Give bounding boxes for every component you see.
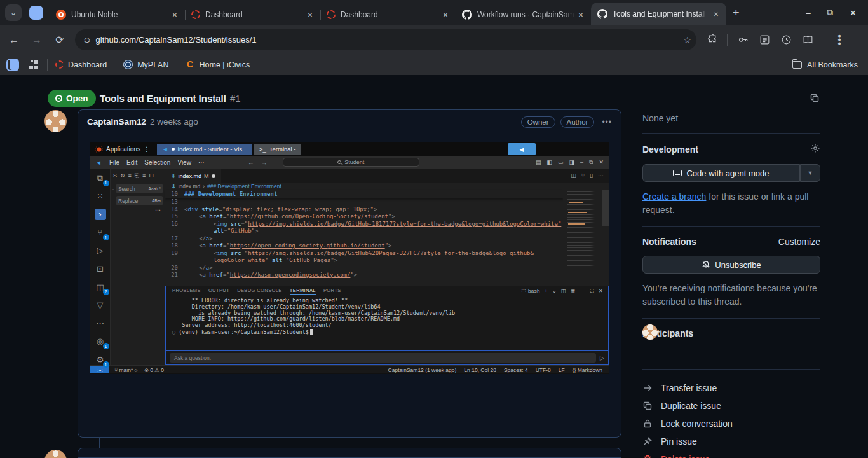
code-text: <a href="https://open-coding-society.git… <box>184 242 563 250</box>
code-text: <img src="https://img.shields.io/badge/G… <box>184 250 563 258</box>
url-text: github.com/CaptainSam12/Student/issues/1 <box>96 35 684 45</box>
tab-close-icon[interactable]: ✕ <box>711 9 721 19</box>
site-settings-icon[interactable]: ⛭ <box>84 36 90 45</box>
comment-timestamp[interactable]: 2 weeks ago <box>150 117 198 127</box>
pin-issue-button[interactable]: Pin issue <box>642 433 820 450</box>
tab-close-icon[interactable]: ✕ <box>440 10 451 20</box>
create-branch-link[interactable]: Create a branch <box>642 191 706 202</box>
code-text: <img src="https://img.shields.io/badge/G… <box>184 221 563 228</box>
tab-search-chevron-button[interactable]: ⌄ <box>5 4 22 21</box>
vscode-search-sidebar: S↻≡⎘≡⊟ ⌄ Search Aaab.* Replace <box>111 169 165 365</box>
role-badge-owner: Owner <box>521 116 555 128</box>
new-tab-button[interactable]: + <box>733 6 740 20</box>
canvas-favicon <box>327 10 336 19</box>
address-bar[interactable]: ⛭ github.com/CaptainSam12/Student/issues… <box>75 29 696 50</box>
remote-explorer-icon: ⊡ <box>95 263 106 275</box>
comment-menu-icon[interactable]: ••• <box>602 118 612 127</box>
applications-menu: Applications⋮ <box>90 142 155 156</box>
side-panel-icon[interactable] <box>6 59 19 71</box>
transfer-issue-button[interactable]: Transfer issue <box>642 379 820 397</box>
browser-menu-icon[interactable]: ••• <box>834 34 844 46</box>
editor-tab-indexmd: ⬇ index.md M <box>165 169 221 183</box>
reload-button[interactable]: ⟳ <box>51 31 69 49</box>
vscode-activity-bar: ⧉1⁙›⑂1▷⊡◫2▽⋯◎1⚙1 <box>90 169 111 365</box>
password-key-icon[interactable] <box>737 34 749 46</box>
all-bookmarks-button[interactable]: All Bookmarks <box>792 60 868 69</box>
line-number: 20 <box>165 265 184 272</box>
badge: 1 <box>103 234 109 240</box>
notifications-description: You're receiving notifications because y… <box>642 282 820 309</box>
code-text: logoColor=white" alt="GitHub Pages"> <box>184 257 563 265</box>
window-minimize-button[interactable]: – <box>806 8 811 18</box>
comment-author[interactable]: CaptainSam12 <box>87 117 146 127</box>
vscode-panel: PROBLEMSOUTPUTDEBUG CONSOLETERMINALPORTS… <box>165 286 609 365</box>
line-number: 13 <box>165 198 184 206</box>
terminal-prompt: ○ (venv) kasm-user:~/CaptainSam12/Studen… <box>172 329 608 336</box>
terminal-line: Server address: http://localhost:4600/st… <box>172 323 608 329</box>
github-favicon <box>462 10 472 20</box>
reading-list-icon[interactable] <box>759 34 771 46</box>
issue-title: Tools and Equipment Install#1 <box>100 93 241 104</box>
gear-icon[interactable] <box>810 143 820 155</box>
browser-tab[interactable]: Workflow runs · CaptainSam✕ <box>456 4 591 25</box>
apps-grid-icon[interactable] <box>29 60 38 69</box>
tab-group-chip[interactable] <box>29 6 43 20</box>
tab-close-icon[interactable]: ✕ <box>170 10 180 20</box>
toolbar-divider <box>727 34 728 46</box>
window-close-button[interactable]: ✕ <box>850 8 857 18</box>
participant-avatar[interactable] <box>642 324 658 340</box>
bookmark-label: Home | iCivics <box>199 60 250 69</box>
code-with-agent-button[interactable]: Code with agent mode <box>642 164 800 182</box>
vscode-menu-item: Selection <box>144 159 170 166</box>
replace-option-icon: ⊞ <box>158 198 161 203</box>
copy-issue-icon[interactable] <box>810 93 820 106</box>
bookmark-item[interactable]: CHome | iCivics <box>185 60 250 69</box>
notifications-heading: Notifications <box>642 237 696 247</box>
comment-author-avatar[interactable] <box>44 110 67 132</box>
search-option-icon: .* <box>158 186 161 191</box>
settings-gear-icon: ⚙1 <box>95 354 106 365</box>
agent-mode-caret-button[interactable]: ▼ <box>800 164 820 182</box>
tab-close-icon[interactable]: ✕ <box>576 10 586 20</box>
reading-mode-icon[interactable] <box>802 34 814 46</box>
duplicate-issue-button[interactable]: Duplicate issue <box>642 397 820 415</box>
customize-link[interactable]: Customize <box>778 237 820 247</box>
forward-button[interactable]: → <box>28 31 46 49</box>
bookmark-item[interactable]: MyPLAN <box>123 60 168 69</box>
comment-author-avatar[interactable] <box>44 450 67 458</box>
canvas-favicon <box>55 60 64 69</box>
bookmark-star-icon[interactable]: ☆ <box>683 35 691 45</box>
editor-nav-arrows: ← → <box>248 159 270 166</box>
tab-close-icon[interactable]: ✕ <box>305 10 315 20</box>
back-button[interactable]: ← <box>5 31 23 49</box>
vscode-title-bar: ◄ FileEditSelectionView⋯ ← → Student ▤◧▭… <box>90 156 609 169</box>
browser-tab[interactable]: Dashboard✕ <box>185 4 320 25</box>
vscode-icon: ◄ <box>519 146 526 153</box>
breadcrumb: ⬇ index.md › ### Development Environment <box>165 183 609 190</box>
terminal-icon: >_ <box>259 146 266 153</box>
extensions-icon[interactable] <box>705 34 717 46</box>
window-restore-button[interactable]: ⧉ <box>827 8 833 18</box>
unsubscribe-button[interactable]: Unsubscribe <box>642 256 820 274</box>
badge: 2 <box>103 289 109 295</box>
bookmark-item[interactable]: Dashboard <box>55 60 107 69</box>
testing-icon: ▽ <box>95 300 106 311</box>
lock-conversation-button[interactable]: Lock conversation <box>642 415 820 433</box>
code-editor: 10### Development Environment1314<div st… <box>165 190 609 286</box>
titlebar-icon: ⧉ <box>589 159 593 166</box>
history-icon[interactable] <box>780 34 792 46</box>
editor-action-icon: ⑂ <box>581 172 585 179</box>
delete-issue-button[interactable]: Delete issue <box>642 450 820 458</box>
code-line: 21<a href="https://kasm.opencodingsociet… <box>165 272 563 279</box>
branch-icon: ⑂ <box>114 367 118 373</box>
code-text: alt="GitHub"> <box>184 228 563 235</box>
status-item: UTF-8 <box>536 367 551 373</box>
comment-screenshot[interactable]: Applications⋮ ◄ index.md - Student - Vis… <box>90 142 609 374</box>
browser-tab[interactable]: Ubuntu Noble✕ <box>50 4 185 25</box>
browser-tab[interactable]: Tools and Equipment Install✕ <box>591 3 726 25</box>
badge: 1 <box>103 343 109 349</box>
participants-heading: Participants <box>642 328 820 338</box>
titlebar-icon: – <box>580 159 583 166</box>
browser-tab[interactable]: Dashboard✕ <box>320 4 456 25</box>
code-line: 17</a> <box>165 235 563 243</box>
